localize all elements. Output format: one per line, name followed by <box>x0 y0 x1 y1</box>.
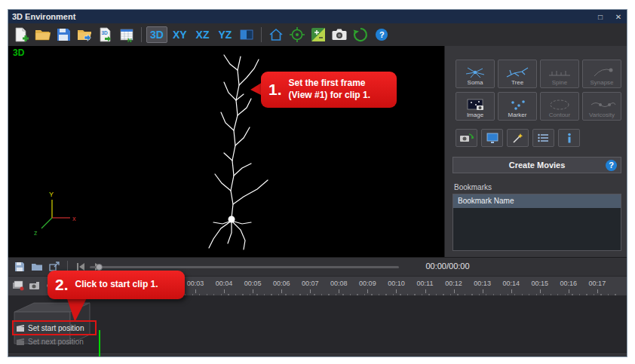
set-start-position-button[interactable]: Set start position <box>16 323 84 334</box>
refresh-view-button[interactable] <box>456 129 477 147</box>
spreadsheet-icon: N <box>118 26 135 43</box>
image-button[interactable]: Image <box>456 92 495 121</box>
new-file-icon <box>13 26 29 43</box>
synapse-button[interactable]: Synapse <box>582 60 621 88</box>
time-label: 00:13 <box>471 280 494 287</box>
time-label: 00:14 <box>500 280 523 287</box>
help-button[interactable]: ? <box>372 25 391 44</box>
export-3d-button[interactable]: 3D <box>96 25 115 44</box>
varicosity-icon <box>587 98 617 112</box>
snapshot-button[interactable] <box>330 25 349 44</box>
help-icon: ? <box>376 29 388 41</box>
set-next-position-button[interactable]: Set next position <box>16 336 84 347</box>
new-file-button[interactable] <box>11 25 31 44</box>
adjust-levels-icon <box>309 26 327 44</box>
refresh-button[interactable] <box>351 25 370 44</box>
app-window: 3D Environment □ ✕ 3D N 3D XY XZ YZ <box>8 9 627 357</box>
svg-text:3D: 3D <box>102 30 109 35</box>
export-folder-icon <box>76 26 93 43</box>
save-button[interactable] <box>54 25 73 44</box>
time-label: 00:10 <box>385 280 407 287</box>
target-icon <box>288 26 306 44</box>
bookmarks-table: Bookmark Name <box>452 194 621 251</box>
title-bar[interactable]: 3D Environment □ ✕ <box>8 10 627 23</box>
playback-slider[interactable] <box>90 266 399 268</box>
time-label: 00:15 <box>529 280 551 287</box>
bookmarks-label: Bookmarks <box>454 183 492 191</box>
desktop: 3D Environment □ ✕ 3D N 3D XY XZ YZ <box>0 0 635 364</box>
view-3d-button[interactable]: 3D <box>146 26 167 43</box>
ruler-time-labels: 00:03 00:04 00:05 00:06 00:07 00:08 00:0… <box>184 280 609 287</box>
time-label: 00:12 <box>443 280 465 287</box>
synapse-icon <box>587 66 617 79</box>
time-label: 00:16 <box>557 280 580 287</box>
display-icon <box>485 132 500 144</box>
list-button[interactable] <box>532 129 554 147</box>
save-movie-icon <box>14 261 26 273</box>
time-label: 00:07 <box>299 280 321 287</box>
view-xy-button[interactable]: XY <box>169 26 191 43</box>
tree-icon <box>502 66 532 79</box>
view-yz-button[interactable]: YZ <box>214 26 235 43</box>
utility-button-row <box>456 129 580 147</box>
set-start-icon <box>16 325 25 332</box>
info-button[interactable] <box>558 129 580 147</box>
svg-text:N: N <box>127 37 132 44</box>
timecode-display: 00:00/00:00 <box>412 262 483 271</box>
center-target-button[interactable] <box>287 25 307 44</box>
tracing-panel: Soma Tree Spine Synapse Image Marker <box>444 46 627 257</box>
playhead-line[interactable] <box>99 330 100 357</box>
tree-button[interactable]: Tree <box>498 60 537 88</box>
delete-keyframe-icon[interactable] <box>12 280 24 294</box>
save-movie-button[interactable] <box>13 261 26 273</box>
magic-wand-button[interactable] <box>507 129 529 147</box>
playback-slider-thumb[interactable] <box>96 264 103 271</box>
create-movies-help-button[interactable]: ? <box>606 160 617 171</box>
soma-button[interactable]: Soma <box>456 60 495 88</box>
camera-icon <box>330 26 348 44</box>
set-next-icon <box>16 338 25 346</box>
contour-button[interactable]: Contour <box>540 92 579 121</box>
varicosity-button[interactable]: Varicosity <box>582 92 621 121</box>
time-label: 00:05 <box>241 280 264 287</box>
bookmark-name-column-header[interactable]: Bookmark Name <box>453 194 621 208</box>
view-xz-button[interactable]: XZ <box>192 26 213 43</box>
annotation-callout-1: 1. Set the first frame (View #1) for cli… <box>261 72 397 108</box>
export-folder-button[interactable] <box>75 25 94 44</box>
axis-x-label: x <box>72 215 76 222</box>
magic-wand-icon <box>511 132 526 144</box>
marker-icon <box>502 98 532 112</box>
split-view-button[interactable] <box>237 25 256 44</box>
time-label: 00:17 <box>586 280 609 287</box>
display-settings-button[interactable] <box>481 129 503 147</box>
soma-icon <box>460 66 490 79</box>
callout-2-number: 2. <box>55 276 69 294</box>
time-label: 00:04 <box>213 280 235 287</box>
open-movie-button[interactable] <box>30 261 44 273</box>
info-icon <box>562 132 577 144</box>
keyframe-camera-icon[interactable] <box>29 280 41 294</box>
open-folder-icon <box>34 26 51 43</box>
maximize-button[interactable]: □ <box>595 13 606 21</box>
home-view-button[interactable] <box>266 25 286 44</box>
timeline-tracks[interactable]: Set start position Set next position <box>8 295 627 353</box>
axis-y-label: Y <box>49 191 54 198</box>
open-folder-button[interactable] <box>32 25 52 44</box>
home-icon <box>267 26 285 44</box>
spreadsheet-button[interactable]: N <box>117 25 137 44</box>
split-view-icon <box>238 26 255 43</box>
close-button[interactable]: ✕ <box>613 13 624 21</box>
time-label: 00:09 <box>356 280 379 287</box>
create-movies-title: Create Movies <box>509 161 566 170</box>
spine-button[interactable]: Spine <box>540 60 579 88</box>
adjust-image-button[interactable] <box>308 25 328 44</box>
snapshot-refresh-icon <box>459 132 474 144</box>
export-3d-icon: 3D <box>97 26 114 43</box>
marker-button[interactable]: Marker <box>498 92 537 121</box>
save-icon <box>55 26 72 43</box>
timeline-scroll-strip[interactable] <box>8 352 627 357</box>
time-label: 00:03 <box>184 280 207 287</box>
image-icon <box>460 98 490 112</box>
callout-1-text: Set the first frame (View #1) for clip 1… <box>289 78 389 101</box>
time-label: 00:08 <box>327 280 350 287</box>
